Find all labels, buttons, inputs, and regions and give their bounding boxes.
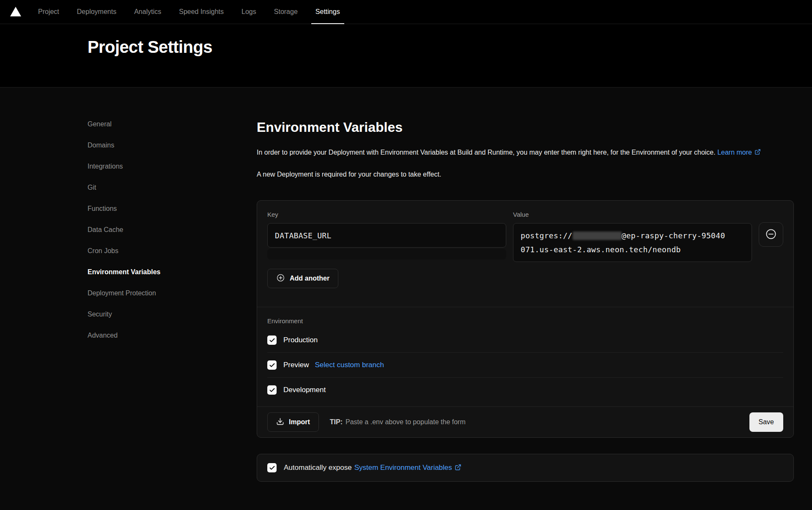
nav-item-speed-insights[interactable]: Speed Insights: [175, 0, 228, 24]
preview-checkbox[interactable]: [267, 360, 277, 370]
settings-sidebar: General Domains Integrations Git Functio…: [88, 120, 257, 510]
sidebar-item-deployment-protection[interactable]: Deployment Protection: [88, 289, 257, 298]
page-title: Project Settings: [88, 38, 812, 57]
env-row-production: Production: [267, 328, 783, 353]
circle-minus-icon: [765, 228, 777, 242]
env-row-development: Development: [267, 378, 783, 402]
sidebar-item-git[interactable]: Git: [88, 183, 257, 192]
value-line-1: postgres://@ep-raspy-cherry-95040: [521, 229, 744, 243]
nav-item-settings[interactable]: Settings: [311, 0, 344, 24]
circle-plus-icon: [276, 273, 285, 284]
description-text: In order to provide your Deployment with…: [257, 149, 716, 156]
remove-row-button[interactable]: [759, 222, 783, 247]
key-value-section: Key Value postgres://@ep-raspy-cherry-95…: [257, 201, 793, 298]
sidebar-item-data-cache[interactable]: Data Cache: [88, 225, 257, 235]
development-checkbox[interactable]: [267, 385, 277, 395]
page-header: Project Settings: [0, 24, 812, 87]
environment-label: Environment: [267, 316, 783, 328]
value-label: Value: [513, 211, 752, 218]
env-var-form-card: Key Value postgres://@ep-raspy-cherry-95…: [257, 200, 794, 438]
sidebar-item-functions[interactable]: Functions: [88, 204, 257, 213]
external-link-icon: [455, 464, 461, 471]
env-row-preview: Preview Select custom branch: [267, 353, 783, 378]
main-panel: Environment Variables In order to provid…: [257, 120, 794, 510]
learn-more-link[interactable]: Learn more: [717, 149, 761, 156]
key-input-shadow: [267, 249, 506, 259]
top-nav: Project Deployments Analytics Speed Insi…: [0, 0, 812, 24]
value-line-2: 071.us-east-2.aws.neon.tech/neondb: [521, 243, 744, 256]
nav-item-project[interactable]: Project: [34, 0, 63, 24]
card-footer: Import TIP:Paste a .env above to populat…: [257, 406, 793, 437]
nav-item-logs[interactable]: Logs: [237, 0, 261, 24]
sidebar-item-integrations[interactable]: Integrations: [88, 162, 257, 171]
key-input[interactable]: [267, 223, 506, 248]
section-title: Environment Variables: [257, 120, 794, 135]
nav-item-analytics[interactable]: Analytics: [130, 0, 165, 24]
env-name-development: Development: [283, 386, 326, 394]
sidebar-item-cron-jobs[interactable]: Cron Jobs: [88, 246, 257, 256]
import-button[interactable]: Import: [267, 412, 319, 432]
environment-section: Environment Production Preview Select cu…: [257, 307, 793, 406]
add-another-button[interactable]: Add another: [267, 269, 338, 288]
env-name-production: Production: [283, 336, 318, 344]
value-input[interactable]: postgres://@ep-raspy-cherry-95040 071.us…: [513, 223, 752, 262]
save-button[interactable]: Save: [749, 412, 783, 432]
tip-text: TIP:Paste a .env above to populate the f…: [330, 418, 749, 426]
external-link-icon: [754, 147, 761, 154]
production-checkbox[interactable]: [267, 335, 277, 345]
sidebar-item-environment-variables[interactable]: Environment Variables: [88, 267, 257, 277]
vercel-logo-icon[interactable]: [10, 6, 22, 17]
sidebar-item-advanced[interactable]: Advanced: [88, 331, 257, 340]
sidebar-item-general[interactable]: General: [88, 120, 257, 129]
section-description: In order to provide your Deployment with…: [257, 147, 794, 158]
key-label: Key: [267, 211, 506, 218]
nav-item-deployments[interactable]: Deployments: [73, 0, 121, 24]
env-name-preview: Preview: [283, 361, 309, 369]
sidebar-item-domains[interactable]: Domains: [88, 141, 257, 150]
select-custom-branch-link[interactable]: Select custom branch: [315, 361, 384, 369]
auto-expose-checkbox[interactable]: [267, 463, 277, 472]
remove-row-column: [759, 211, 783, 247]
auto-expose-text: Automatically expose: [284, 464, 352, 472]
sidebar-item-security[interactable]: Security: [88, 310, 257, 319]
auto-expose-card: Automatically expose System Environment …: [257, 454, 794, 482]
download-icon: [276, 417, 284, 427]
system-env-vars-link[interactable]: System Environment Variables: [354, 464, 461, 472]
value-column: Value postgres://@ep-raspy-cherry-95040 …: [513, 211, 752, 262]
content-area: General Domains Integrations Git Functio…: [0, 87, 812, 510]
nav-item-storage[interactable]: Storage: [270, 0, 302, 24]
value-redacted-secret: [573, 232, 622, 240]
deployment-note: A new Deployment is required for your ch…: [257, 169, 794, 180]
key-column: Key: [267, 211, 506, 259]
